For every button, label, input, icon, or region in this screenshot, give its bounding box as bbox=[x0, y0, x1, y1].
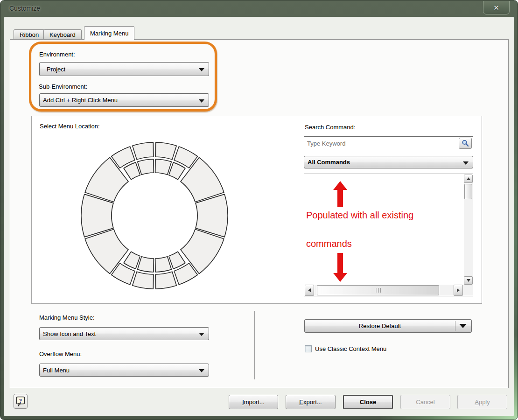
chevron-down-icon bbox=[199, 369, 204, 372]
sub-environment-label: Sub-Environment: bbox=[39, 83, 87, 90]
marking-menu-segment[interactable] bbox=[133, 142, 154, 160]
restore-default-splitbutton[interactable]: Restore Default bbox=[304, 319, 472, 333]
tab-keyboard-label: Keyboard bbox=[49, 31, 76, 38]
marking-menu-segment[interactable] bbox=[155, 142, 176, 160]
dialog-client: Ribbon Keyboard Marking Menu Environment… bbox=[4, 17, 514, 416]
tabpage-marking-menu: Environment: Project Sub-Environment: Ad… bbox=[10, 39, 509, 388]
marking-menu-style-label: Marking Menu Style: bbox=[39, 314, 95, 321]
customize-window: Customize ✕ Ribbon Keyboard Marking Menu… bbox=[0, 0, 518, 420]
marking-menu-segment[interactable] bbox=[169, 162, 185, 180]
marking-menu-segment[interactable] bbox=[124, 162, 140, 180]
search-button[interactable] bbox=[459, 138, 472, 149]
sub-environment-value: Add Ctrl + Right Click Menu bbox=[40, 97, 118, 104]
tab-ribbon-label: Ribbon bbox=[20, 31, 39, 38]
chevron-down-icon bbox=[199, 333, 204, 336]
scroll-left-button[interactable] bbox=[305, 285, 314, 296]
environment-combobox[interactable]: Project bbox=[39, 62, 209, 76]
scroll-up-button[interactable] bbox=[464, 175, 473, 183]
environment-value: Project bbox=[40, 66, 65, 73]
search-field-wrap bbox=[304, 136, 473, 150]
apply-button[interactable]: Apply bbox=[457, 395, 507, 409]
restore-default-dropdown[interactable] bbox=[455, 320, 471, 332]
search-input[interactable] bbox=[304, 137, 456, 150]
horizontal-scrollbar[interactable] bbox=[305, 285, 473, 296]
chevron-down-icon bbox=[199, 99, 204, 103]
chevron-down-icon bbox=[463, 161, 469, 165]
annotation-arrow-down-icon bbox=[333, 253, 347, 282]
close-button[interactable]: Close bbox=[343, 395, 393, 409]
marking-menu-segment[interactable] bbox=[155, 159, 172, 175]
chevron-down-icon bbox=[459, 324, 467, 328]
marking-menu-segment[interactable] bbox=[138, 159, 154, 175]
marking-menu-segment[interactable] bbox=[169, 252, 185, 269]
use-classic-label: Use Classic Context Menu bbox=[315, 345, 386, 352]
use-classic-context-menu-row: Use Classic Context Menu bbox=[305, 345, 386, 352]
svg-text:?: ? bbox=[19, 397, 22, 404]
vertical-scrollbar[interactable] bbox=[464, 175, 473, 285]
marking-menu-segment[interactable] bbox=[155, 272, 176, 289]
window-close-button[interactable]: ✕ bbox=[483, 1, 510, 14]
import-button[interactable]: Import... bbox=[229, 395, 278, 409]
cancel-button[interactable]: Cancel bbox=[400, 395, 450, 409]
select-menu-location-label: Select Menu Location: bbox=[40, 123, 100, 130]
vertical-scroll-thumb[interactable] bbox=[464, 184, 472, 199]
arrow-right-icon bbox=[457, 288, 460, 292]
environment-label: Environment: bbox=[39, 51, 75, 58]
scroll-right-button[interactable] bbox=[454, 285, 463, 296]
annotation-text-line1: Populated with all existing bbox=[306, 210, 413, 221]
sub-environment-combobox[interactable]: Add Ctrl + Right Click Menu bbox=[39, 93, 209, 107]
search-command-label: Search Command: bbox=[305, 124, 355, 131]
marking-menu-segment[interactable] bbox=[155, 257, 172, 272]
titlebar[interactable]: Customize ✕ bbox=[0, 0, 518, 17]
close-icon: ✕ bbox=[493, 4, 499, 11]
help-icon: ? bbox=[16, 396, 25, 406]
tab-keyboard[interactable]: Keyboard bbox=[43, 29, 82, 39]
tab-marking-menu-label: Marking Menu bbox=[90, 30, 128, 37]
annotation-text-line2: commands bbox=[306, 238, 352, 249]
marking-menu-segment[interactable] bbox=[124, 252, 140, 269]
scroll-down-button[interactable] bbox=[464, 276, 473, 285]
arrow-up-icon bbox=[467, 177, 470, 180]
export-button[interactable]: Export... bbox=[286, 395, 336, 409]
arrow-down-icon bbox=[467, 279, 470, 282]
arrow-left-icon bbox=[308, 288, 311, 292]
restore-default-label: Restore Default bbox=[305, 320, 455, 332]
tab-marking-menu[interactable]: Marking Menu bbox=[84, 26, 134, 40]
use-classic-checkbox[interactable] bbox=[305, 345, 312, 352]
overflow-menu-combobox[interactable]: Full Menu bbox=[39, 364, 209, 377]
command-filter-value: All Commands bbox=[304, 159, 350, 166]
tab-ribbon[interactable]: Ribbon bbox=[14, 29, 45, 39]
marking-menu-style-value: Show Icon and Text bbox=[40, 330, 96, 337]
horizontal-scroll-thumb[interactable] bbox=[317, 285, 439, 295]
section-divider bbox=[254, 311, 255, 379]
overflow-menu-value: Full Menu bbox=[40, 367, 70, 374]
marking-menu-segment[interactable] bbox=[133, 272, 154, 289]
window-title: Customize bbox=[9, 5, 40, 12]
scroll-grip-icon bbox=[375, 288, 381, 293]
help-button[interactable]: ? bbox=[14, 394, 28, 409]
overflow-menu-label: Overflow Menu: bbox=[39, 350, 82, 357]
marking-menu-style-combobox[interactable]: Show Icon and Text bbox=[39, 327, 209, 340]
menu-location-groupbox: Select Menu Location: Search Command: Al… bbox=[31, 116, 482, 304]
command-listbox[interactable]: Populated with all existing commands bbox=[304, 174, 473, 296]
marking-menu-segment[interactable] bbox=[138, 257, 154, 272]
command-filter-combobox[interactable]: All Commands bbox=[304, 156, 473, 168]
chevron-down-icon bbox=[199, 68, 204, 71]
marking-menu-wheel[interactable] bbox=[75, 136, 234, 295]
search-icon bbox=[462, 140, 469, 147]
annotation-arrow-up-icon bbox=[333, 181, 347, 207]
